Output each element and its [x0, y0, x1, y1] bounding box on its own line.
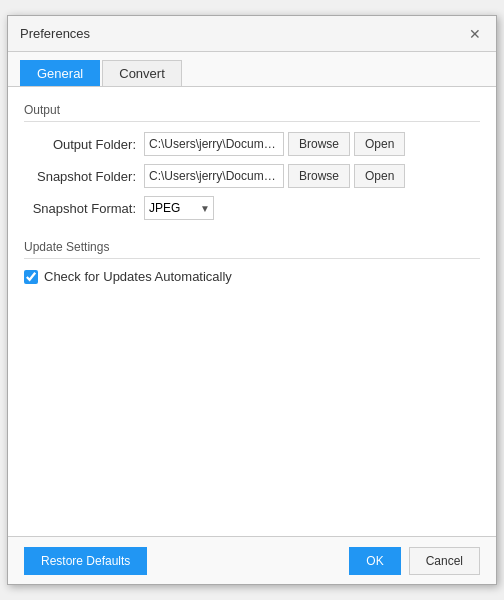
title-bar: Preferences ✕ — [8, 16, 496, 52]
snapshot-format-wrapper: JPEG PNG BMP ▼ — [144, 196, 214, 220]
check-updates-row: Check for Updates Automatically — [24, 269, 480, 284]
footer-left: Restore Defaults — [24, 547, 147, 575]
tab-convert[interactable]: Convert — [102, 60, 182, 86]
content-area: Output Output Folder: Browse Open Snapsh… — [8, 87, 496, 536]
update-settings-section-title: Update Settings — [24, 240, 480, 259]
output-folder-input[interactable] — [144, 132, 284, 156]
snapshot-folder-open-button[interactable]: Open — [354, 164, 405, 188]
footer-right: OK Cancel — [349, 547, 480, 575]
output-folder-row: Output Folder: Browse Open — [24, 132, 480, 156]
output-folder-browse-button[interactable]: Browse — [288, 132, 350, 156]
snapshot-format-select[interactable]: JPEG PNG BMP — [144, 196, 214, 220]
tab-general[interactable]: General — [20, 60, 100, 86]
dialog-footer: Restore Defaults OK Cancel — [8, 536, 496, 584]
snapshot-folder-row: Snapshot Folder: Browse Open — [24, 164, 480, 188]
dialog-title: Preferences — [20, 26, 90, 41]
close-button[interactable]: ✕ — [466, 25, 484, 43]
restore-defaults-button[interactable]: Restore Defaults — [24, 547, 147, 575]
output-folder-open-button[interactable]: Open — [354, 132, 405, 156]
check-updates-checkbox[interactable] — [24, 270, 38, 284]
check-updates-label: Check for Updates Automatically — [44, 269, 232, 284]
snapshot-folder-input[interactable] — [144, 164, 284, 188]
tabs-bar: General Convert — [8, 52, 496, 87]
preferences-dialog: Preferences ✕ General Convert Output Out… — [7, 15, 497, 585]
output-section-title: Output — [24, 103, 480, 122]
snapshot-format-label: Snapshot Format: — [24, 201, 144, 216]
snapshot-folder-browse-button[interactable]: Browse — [288, 164, 350, 188]
output-folder-label: Output Folder: — [24, 137, 144, 152]
ok-button[interactable]: OK — [349, 547, 400, 575]
update-settings-section: Update Settings Check for Updates Automa… — [24, 240, 480, 284]
output-section: Output Output Folder: Browse Open Snapsh… — [24, 103, 480, 220]
snapshot-folder-label: Snapshot Folder: — [24, 169, 144, 184]
snapshot-format-row: Snapshot Format: JPEG PNG BMP ▼ — [24, 196, 480, 220]
cancel-button[interactable]: Cancel — [409, 547, 480, 575]
